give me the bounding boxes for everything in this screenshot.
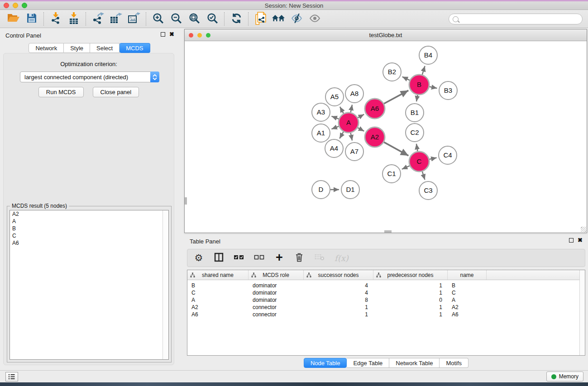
- graph-node-C1[interactable]: C1: [382, 165, 401, 183]
- task-history-button[interactable]: [5, 372, 18, 381]
- column-header-name[interactable]: name: [448, 270, 487, 280]
- graph-node-A1[interactable]: A1: [312, 124, 330, 142]
- tab-network-table[interactable]: Network Table: [389, 358, 440, 368]
- hide-graphics-button[interactable]: [287, 11, 306, 27]
- show-graphics-details-button[interactable]: [306, 11, 324, 27]
- graph-node-A2[interactable]: A2: [365, 127, 385, 147]
- open-button[interactable]: [5, 11, 23, 27]
- graph-edge-B-B2[interactable]: [402, 77, 410, 81]
- search-field[interactable]: [449, 14, 583, 24]
- graph-edge-B-B4[interactable]: [422, 66, 425, 75]
- tab-mcds[interactable]: MCDS: [120, 43, 150, 53]
- result-item-A2[interactable]: A2: [10, 210, 168, 218]
- deselect-all-button[interactable]: [254, 252, 264, 264]
- home-button[interactable]: [269, 11, 287, 27]
- graph-edge-A-A1[interactable]: [331, 126, 339, 129]
- graph-edge-A2-C[interactable]: [384, 142, 408, 156]
- close-table-panel-icon[interactable]: ✖: [578, 238, 583, 243]
- tab-node-table[interactable]: Node Table: [304, 358, 347, 368]
- mcds-result-list[interactable]: A2ABCA6: [10, 210, 169, 360]
- graph-edge-C-C3[interactable]: [422, 172, 425, 180]
- graph-edge-A-A8[interactable]: [351, 105, 352, 112]
- criterion-select[interactable]: largest connected component (directed): [20, 71, 159, 82]
- graph-node-A4[interactable]: A4: [325, 139, 343, 157]
- result-item-A6[interactable]: A6: [10, 239, 168, 247]
- graph-edge-A-A3[interactable]: [331, 116, 339, 119]
- float-panel-icon[interactable]: [161, 32, 165, 37]
- select-all-button[interactable]: [234, 252, 244, 264]
- graph-edge-A-A2[interactable]: [358, 128, 364, 131]
- graph-node-A5[interactable]: A5: [325, 88, 344, 106]
- search-input[interactable]: [461, 15, 582, 23]
- network-window-titlebar[interactable]: testGlobe.txt: [185, 29, 587, 41]
- graph-node-A8[interactable]: A8: [345, 85, 363, 103]
- table-row-A6[interactable]: A6connector11A6: [187, 311, 585, 318]
- zoom-out-button[interactable]: [167, 11, 185, 27]
- graph-node-D1[interactable]: D1: [341, 181, 359, 199]
- delete-button[interactable]: [294, 252, 304, 264]
- tab-edge-table[interactable]: Edge Table: [347, 358, 389, 368]
- result-item-A[interactable]: A: [10, 218, 168, 225]
- column-header-predecessor-nodes[interactable]: predecessor nodes: [373, 270, 448, 280]
- graph-node-B4[interactable]: B4: [419, 46, 437, 64]
- network-canvas[interactable]: B4B2BB3A8A5A6A3B1AC2A1A2A4A7C4CC1C3DD1: [185, 41, 587, 233]
- close-panel-button[interactable]: Close panel: [93, 87, 139, 97]
- add-button[interactable]: +: [274, 252, 284, 264]
- graph-node-B3[interactable]: B3: [439, 81, 457, 100]
- graph-node-B1[interactable]: B1: [406, 104, 424, 122]
- tab-select[interactable]: Select: [90, 43, 120, 53]
- network-file-button[interactable]: [251, 11, 269, 27]
- refresh-button[interactable]: [227, 11, 245, 27]
- import-network-button[interactable]: [47, 11, 65, 27]
- zoom-in-button[interactable]: [149, 11, 167, 27]
- result-scrollbar[interactable]: [163, 210, 168, 359]
- column-header-MCDS-role[interactable]: MCDS role: [249, 270, 304, 280]
- graph-edge-C-C2[interactable]: [416, 144, 418, 152]
- graph-node-A3[interactable]: A3: [312, 103, 330, 121]
- graph-node-B[interactable]: B: [409, 75, 429, 95]
- graph-node-D[interactable]: D: [312, 181, 330, 199]
- run-mcds-button[interactable]: Run MCDS: [38, 87, 84, 97]
- graph-node-A7[interactable]: A7: [345, 143, 363, 161]
- graph-node-A[interactable]: A: [339, 113, 359, 133]
- graph-edge-A-A6[interactable]: [358, 114, 364, 118]
- export-table-button[interactable]: [107, 11, 125, 27]
- save-button[interactable]: [23, 11, 41, 27]
- graph-node-A6[interactable]: A6: [365, 99, 385, 119]
- graph-edge-A-A4[interactable]: [339, 132, 344, 138]
- zoom-selected-button[interactable]: [203, 11, 221, 27]
- graph-node-C2[interactable]: C2: [406, 124, 424, 142]
- graph-edge-A-A5[interactable]: [340, 107, 344, 114]
- close-panel-icon[interactable]: ✖: [169, 32, 174, 37]
- graph-edge-C-C4[interactable]: [429, 157, 436, 159]
- table-row-C[interactable]: Cdominator41C: [187, 289, 585, 296]
- float-table-panel-icon[interactable]: [569, 238, 574, 243]
- result-item-C[interactable]: C: [10, 232, 168, 239]
- graph-edge-B-B1[interactable]: [416, 95, 417, 102]
- result-item-B[interactable]: B: [10, 225, 168, 232]
- gear-button[interactable]: ⚙: [194, 252, 204, 264]
- zoom-fit-content-button[interactable]: [185, 11, 203, 27]
- tab-network[interactable]: Network: [29, 43, 64, 53]
- table-row-A[interactable]: Adominator80A: [187, 296, 585, 304]
- table-row-B[interactable]: Bdominator41B: [187, 282, 585, 289]
- column-header-successor-nodes[interactable]: successor nodes: [304, 270, 373, 280]
- graph-edge-C-C1[interactable]: [402, 166, 410, 169]
- tab-motifs[interactable]: Motifs: [440, 358, 468, 368]
- table-scrollbar[interactable]: [579, 270, 585, 355]
- memory-button[interactable]: Memory: [546, 372, 583, 381]
- export-image-button[interactable]: [125, 11, 143, 27]
- graph-edge-A6-B[interactable]: [384, 91, 408, 104]
- graph-node-C[interactable]: C: [409, 152, 429, 172]
- split-columns-button[interactable]: [214, 252, 224, 264]
- export-network-button[interactable]: [89, 11, 107, 27]
- graph-edge-A-A7[interactable]: [351, 133, 352, 141]
- table-row-A2[interactable]: A2connector11A2: [187, 304, 585, 311]
- graph-node-C3[interactable]: C3: [419, 181, 437, 200]
- graph-node-C4[interactable]: C4: [439, 146, 457, 164]
- import-table-button[interactable]: [65, 11, 83, 27]
- column-header-shared-name[interactable]: shared name: [187, 270, 249, 280]
- tab-style[interactable]: Style: [64, 43, 90, 53]
- graph-node-B2[interactable]: B2: [383, 63, 401, 81]
- graph-edge-B-B3[interactable]: [430, 87, 437, 88]
